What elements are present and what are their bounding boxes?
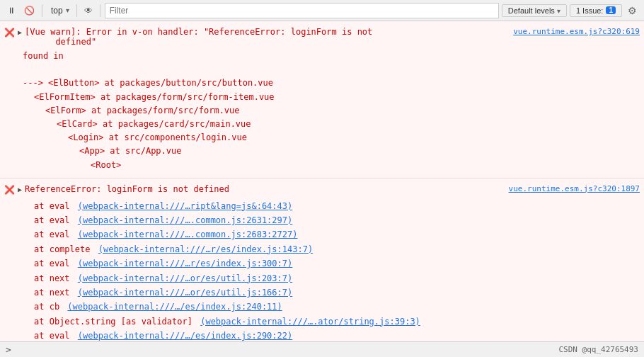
settings-button[interactable]: ⚙	[625, 4, 640, 18]
stack-line-8: at cb (webpack-internal:///…/es/index.js…	[34, 300, 640, 314]
error-1-source-link[interactable]: vue.runtime.esm.js?c320:619	[513, 27, 640, 36]
error-1-stack-app: <App> at src/App.vue	[23, 144, 640, 158]
stack-link-9[interactable]: (webpack-internal:///….ator/string.js:39…	[200, 314, 420, 329]
stack-line-7: at next (webpack-internal:///…or/es/util…	[34, 285, 640, 300]
error-2-text: ReferenceError: loginForm is not defined	[25, 184, 506, 194]
stack-link-6[interactable]: (webpack-internal:///…or/es/util.js:203:…	[78, 271, 292, 285]
stack-line-6: at next (webpack-internal:///…or/es/util…	[34, 271, 640, 285]
separator-2	[76, 4, 77, 17]
top-label: top	[50, 6, 64, 16]
eye-button[interactable]: 👁	[81, 4, 96, 17]
error-2-icon: ❌	[4, 185, 15, 195]
error-1-icon: ❌	[4, 28, 15, 38]
stack-prefix-9: at Object.string [as validator]	[34, 314, 197, 329]
stack-prefix-1: at eval	[34, 199, 75, 213]
stack-prefix-2: at eval	[34, 213, 75, 227]
stack-link-3[interactable]: (webpack-internal:///….common.js:2683:27…	[78, 227, 298, 242]
separator-3	[100, 4, 100, 17]
found-in-label: found in	[23, 50, 640, 63]
error-1-stack-elcard: <ElCard> at packages/card/src/main.vue	[23, 118, 640, 131]
stack-link-5[interactable]: (webpack-internal:///…r/es/index.js:300:…	[78, 256, 292, 271]
error-1-header: ❌ ▶ [Vue warn]: Error in v-on handler: "…	[0, 24, 644, 50]
error-block-2: ❌ ▶ ReferenceError: loginForm is not def…	[0, 178, 644, 341]
pause-button[interactable]: ⏸	[4, 4, 18, 17]
top-dropdown-arrow: ▾	[66, 6, 69, 14]
stack-prefix-6: at next	[34, 271, 75, 285]
error-1-stack-elformitem: <ElFormItem> at packages/form/src/form-i…	[23, 91, 640, 104]
watermark-text: CSDN @qq_42765493	[558, 345, 638, 354]
error-1-body: found in ---> <ElButton> at packages/but…	[0, 50, 644, 175]
stack-line-4: at complete (webpack-internal:///…r/es/i…	[34, 242, 640, 256]
stack-line-5: at eval (webpack-internal:///…r/es/index…	[34, 256, 640, 271]
stack-prefix-3: at eval	[34, 227, 75, 242]
stack-link-2[interactable]: (webpack-internal:///….common.js:2631:29…	[78, 213, 292, 227]
levels-button[interactable]: Default levels ▾	[502, 4, 567, 17]
stack-link-4[interactable]: (webpack-internal:///…r/es/index.js:143:…	[98, 242, 313, 256]
console-prompt[interactable]: >	[6, 344, 11, 355]
issues-label: 1 Issue:	[576, 6, 604, 15]
stack-link-8[interactable]: (webpack-internal:///…/es/index.js:240:1…	[67, 300, 282, 314]
error-2-source-link[interactable]: vue.runtime.esm.js?c320:1897	[509, 184, 640, 193]
error-1-stack-root: <Root>	[23, 159, 640, 172]
top-dropdown[interactable]: top ▾	[47, 4, 72, 17]
block-button[interactable]: 🚫	[21, 4, 38, 17]
eye-icon: 👁	[84, 6, 93, 16]
separator-1	[42, 4, 42, 17]
stack-line-9: at Object.string [as validator] (webpack…	[34, 314, 640, 329]
stack-line-2: at eval (webpack-internal:///….common.js…	[34, 213, 640, 227]
gear-icon: ⚙	[628, 5, 637, 16]
error-2-stack-trace: at eval (webpack-internal:///…ript&lang=…	[0, 198, 644, 341]
levels-label: Default levels	[508, 6, 555, 15]
error-2-expand[interactable]: ▶	[18, 186, 22, 193]
stack-prefix-10: at eval	[34, 329, 75, 341]
stack-prefix-8: at cb	[34, 300, 64, 314]
error-1-expand[interactable]: ▶	[18, 28, 22, 36]
stack-prefix-4: at complete	[34, 242, 96, 256]
error-2-header: ❌ ▶ ReferenceError: loginForm is not def…	[0, 181, 644, 198]
stack-prefix-5: at eval	[34, 256, 75, 271]
toolbar: ⏸ 🚫 top ▾ 👁 Default levels ▾ 1 Issue: 1 …	[0, 0, 644, 21]
bottom-bar: > CSDN @qq_42765493	[0, 341, 644, 357]
stack-line-10: at eval (webpack-internal:///…/es/index.…	[34, 329, 640, 341]
filter-input[interactable]	[105, 3, 499, 18]
error-1-stack-login: <Login> at src/components/login.vue	[23, 131, 640, 144]
stack-link-1[interactable]: (webpack-internal:///…ript&lang=js&:64:4…	[78, 199, 292, 213]
error-1-stack-el-button: ---> <ElButton> at packages/button/src/b…	[23, 76, 640, 90]
issues-count-badge: 1	[606, 6, 616, 14]
levels-arrow: ▾	[557, 7, 560, 15]
issues-button[interactable]: 1 Issue: 1	[570, 4, 622, 17]
pause-icon: ⏸	[7, 6, 16, 16]
stack-line-3: at eval (webpack-internal:///….common.js…	[34, 227, 640, 242]
stack-line-1: at eval (webpack-internal:///…ript&lang=…	[34, 199, 640, 213]
block-icon: 🚫	[24, 6, 35, 16]
stack-link-10[interactable]: (webpack-internal:///…/es/index.js:290:2…	[78, 329, 292, 341]
console-content: ❌ ▶ [Vue warn]: Error in v-on handler: "…	[0, 21, 644, 341]
error-1-text: [Vue warn]: Error in v-on handler: "Refe…	[25, 27, 510, 47]
stack-link-7[interactable]: (webpack-internal:///…or/es/util.js:166:…	[78, 285, 292, 300]
stack-prefix-7: at next	[34, 285, 75, 300]
error-1-stack-elform: <ElForm> at packages/form/src/form.vue	[23, 104, 640, 118]
error-block-1: ❌ ▶ [Vue warn]: Error in v-on handler: "…	[0, 21, 644, 178]
